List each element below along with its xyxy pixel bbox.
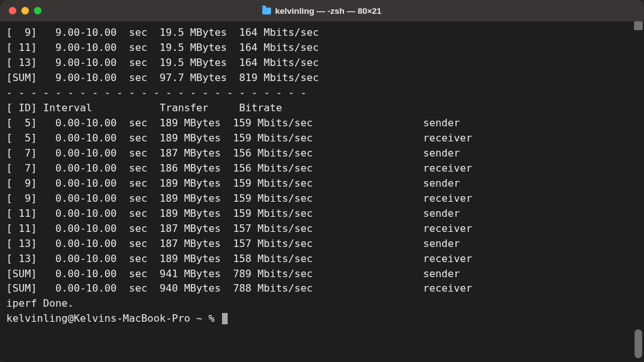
scrollbar[interactable]	[634, 21, 643, 361]
output-line: [ 5] 0.00-10.00 sec 189 MBytes 159 Mbits…	[6, 116, 638, 131]
scroll-thumb[interactable]	[635, 329, 642, 358]
output-line: [ 11] 0.00-10.00 sec 189 MBytes 159 Mbit…	[6, 206, 638, 221]
output-line: [ 13] 9.00-10.00 sec 19.5 MBytes 164 Mbi…	[6, 55, 638, 70]
output-line: [ 13] 0.00-10.00 sec 187 MBytes 157 Mbit…	[6, 236, 638, 251]
window-title: kelvinling — -zsh — 80×21	[275, 6, 381, 16]
output-line: iperf Done.	[6, 296, 638, 311]
scroll-up-icon[interactable]	[634, 21, 643, 30]
prompt-line[interactable]: kelvinling@Kelvins-MacBook-Pro ~ %	[6, 311, 638, 326]
output-line: [ ID] Interval Transfer Bitrate	[6, 101, 638, 116]
output-line: [ 11] 9.00-10.00 sec 19.5 MBytes 164 Mbi…	[6, 40, 638, 55]
output-line: [ 7] 0.00-10.00 sec 186 MBytes 156 Mbits…	[6, 161, 638, 176]
terminal-body[interactable]: [ 9] 9.00-10.00 sec 19.5 MBytes 164 Mbit…	[0, 21, 644, 362]
window-title-wrap: kelvinling — -zsh — 80×21	[0, 6, 644, 16]
output-line: [SUM] 0.00-10.00 sec 941 MBytes 789 Mbit…	[6, 266, 638, 282]
minimize-icon[interactable]	[21, 7, 29, 14]
traffic-lights	[9, 7, 42, 14]
cursor-icon	[222, 313, 228, 324]
folder-icon	[262, 8, 271, 14]
output-line: [ 5] 0.00-10.00 sec 189 MBytes 159 Mbits…	[6, 131, 638, 146]
output-line: - - - - - - - - - - - - - - - - - - - - …	[6, 85, 638, 101]
output-line: [SUM] 9.00-10.00 sec 97.7 MBytes 819 Mbi…	[6, 70, 638, 85]
titlebar[interactable]: kelvinling — -zsh — 80×21	[0, 0, 644, 21]
output-line: [ 9] 0.00-10.00 sec 189 MBytes 159 Mbits…	[6, 176, 638, 191]
output-line: [ 7] 0.00-10.00 sec 187 MBytes 156 Mbits…	[6, 146, 638, 161]
output-line: [ 11] 0.00-10.00 sec 187 MBytes 157 Mbit…	[6, 221, 638, 236]
output-line: [SUM] 0.00-10.00 sec 940 MBytes 788 Mbit…	[6, 281, 638, 296]
maximize-icon[interactable]	[34, 7, 42, 14]
output-line: [ 9] 0.00-10.00 sec 189 MBytes 159 Mbits…	[6, 191, 638, 206]
output-line: [ 9] 9.00-10.00 sec 19.5 MBytes 164 Mbit…	[6, 25, 638, 40]
terminal-window: kelvinling — -zsh — 80×21 [ 9] 9.00-10.0…	[0, 0, 644, 362]
output-line: [ 13] 0.00-10.00 sec 189 MBytes 158 Mbit…	[6, 251, 638, 266]
close-icon[interactable]	[9, 7, 16, 14]
